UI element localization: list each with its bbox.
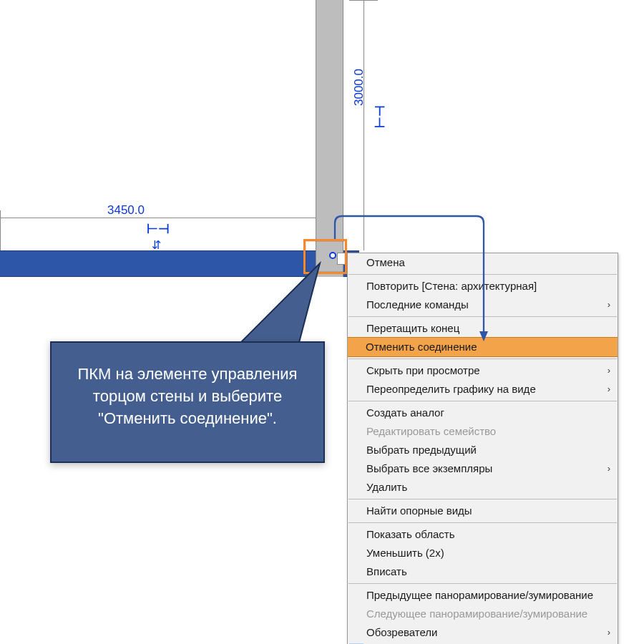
dimension-label-vertical[interactable]: 3000.0 xyxy=(352,69,366,106)
submenu-arrow-icon: › xyxy=(608,380,610,399)
wall-vertical-edge xyxy=(343,0,343,277)
dimension-witness-tick xyxy=(0,210,1,250)
menu-item[interactable]: Найти опорные виды xyxy=(348,502,618,520)
menu-item-label: Удалить xyxy=(366,481,407,493)
drawing-canvas[interactable]: 3450.0 3000.0 ⊢⊣ ⊢⊣ ⇵ ОтменаПовторить [С… xyxy=(0,0,644,644)
menu-separator xyxy=(348,583,617,584)
menu-item-label: Уменьшить (2x) xyxy=(366,547,444,559)
menu-item[interactable]: Перетащить конец xyxy=(348,319,618,338)
menu-item[interactable]: Создать аналог xyxy=(348,404,618,422)
annotation-highlight-box xyxy=(303,239,347,274)
dimension-handle-icon[interactable]: ⊢⊣ xyxy=(147,221,170,237)
menu-item-label: Предыдущее панорамирование/зумирование xyxy=(366,589,593,601)
menu-item[interactable]: Предыдущее панорамирование/зумирование xyxy=(348,586,618,605)
menu-item[interactable]: Переопределить графику на виде› xyxy=(348,380,618,399)
submenu-arrow-icon: › xyxy=(608,459,610,478)
menu-item[interactable]: Повторить [Стена: архитектурная] xyxy=(348,277,618,296)
dimension-witness-line xyxy=(0,218,316,218)
submenu-arrow-icon: › xyxy=(608,361,610,380)
menu-item[interactable]: Выбрать все экземпляры› xyxy=(348,459,618,478)
callout-bubble: ПКМ на элементе управления торцом стены … xyxy=(50,341,325,463)
menu-item-label: Скрыть при просмотре xyxy=(366,364,480,376)
submenu-arrow-icon: › xyxy=(608,296,610,314)
menu-item-label: Вписать xyxy=(366,565,407,577)
menu-item-label: Выбрать предыдущий xyxy=(366,444,477,456)
menu-separator xyxy=(348,316,617,317)
submenu-arrow-icon: › xyxy=(608,623,610,642)
menu-item[interactable]: Уменьшить (2x) xyxy=(348,544,618,562)
menu-item-label: Выбрать все экземпляры xyxy=(366,462,492,474)
menu-separator xyxy=(348,358,617,359)
menu-item[interactable]: Отменить соединение xyxy=(348,337,618,357)
menu-item[interactable]: Показать область xyxy=(348,525,618,544)
flip-arrows-icon[interactable]: ⇵ xyxy=(152,238,160,252)
menu-item-label: Отмена xyxy=(366,256,405,268)
menu-item[interactable]: Отмена xyxy=(348,253,618,272)
menu-item[interactable]: Удалить xyxy=(348,478,618,497)
callout-text: ПКМ на элементе управления торцом стены … xyxy=(77,365,301,427)
menu-item-label: Повторить [Стена: архитектурная] xyxy=(366,280,537,292)
menu-item[interactable]: Скрыть при просмотре› xyxy=(348,361,618,380)
menu-item-label: Показать область xyxy=(366,528,454,540)
context-menu: ОтменаПовторить [Стена: архитектурная]По… xyxy=(347,253,618,644)
menu-separator xyxy=(348,499,617,499)
dimension-witness-tick xyxy=(349,0,378,1)
menu-separator xyxy=(348,274,617,275)
menu-item-label: Переопределить графику на виде xyxy=(366,383,536,395)
menu-item-label: Создать аналог xyxy=(366,406,444,419)
wall-vertical[interactable] xyxy=(316,0,343,277)
menu-item[interactable]: Обозреватели› xyxy=(348,623,618,642)
menu-item[interactable]: Вписать xyxy=(348,562,618,581)
menu-item-label: Отменить соединение xyxy=(366,341,477,353)
menu-separator xyxy=(348,522,617,523)
menu-item[interactable]: Выбрать предыдущий xyxy=(348,441,618,459)
menu-item: Редактировать семейство xyxy=(348,422,618,441)
dimension-witness-line xyxy=(364,0,364,250)
menu-item-label: Обозреватели xyxy=(366,626,438,638)
menu-item[interactable]: Последние команды› xyxy=(348,296,618,314)
menu-item-label: Следующее панорамирование/зумирование xyxy=(366,608,587,620)
menu-item: Следующее панорамирование/зумирование xyxy=(348,605,618,623)
dimension-handle-icon[interactable]: ⊢⊣ xyxy=(372,105,388,128)
menu-item-label: Редактировать семейство xyxy=(366,425,496,437)
menu-item-label: Последние команды xyxy=(366,298,469,311)
menu-separator xyxy=(348,401,617,401)
dimension-label-horizontal[interactable]: 3450.0 xyxy=(107,203,145,218)
menu-item-label: Перетащить конец xyxy=(366,322,459,334)
menu-item-label: Найти опорные виды xyxy=(366,504,472,517)
